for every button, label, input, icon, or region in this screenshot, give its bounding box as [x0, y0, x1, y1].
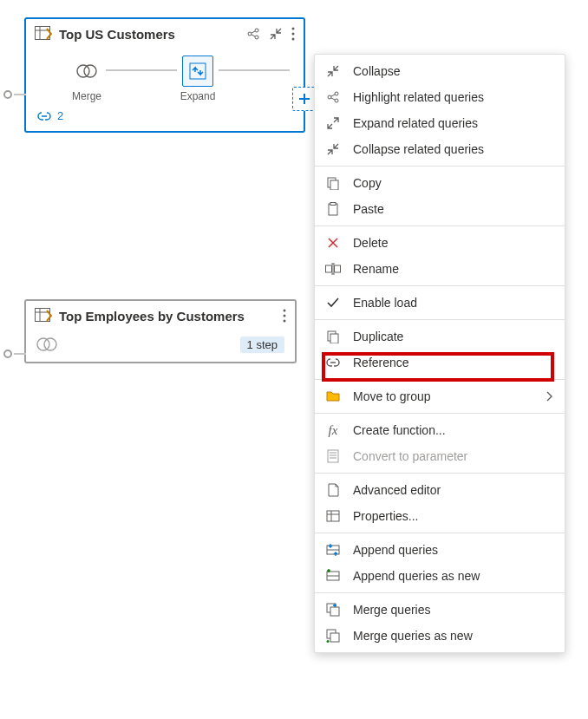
step-connector: [106, 69, 177, 71]
menu-separator: [315, 473, 565, 474]
table-icon: [35, 26, 52, 42]
svg-point-5: [255, 36, 258, 39]
menu-label: Collapse related queries: [353, 142, 484, 156]
menu-label: Reference: [353, 356, 409, 369]
step-label: Merge: [72, 90, 101, 102]
query-node-top-employees[interactable]: Top Employees by Customers 1 step: [24, 299, 297, 363]
add-step-button[interactable]: [292, 87, 317, 111]
share-icon[interactable]: [246, 27, 260, 41]
svg-point-20: [284, 315, 286, 317]
svg-point-21: [284, 320, 286, 323]
link-icon: [36, 110, 52, 122]
svg-rect-41: [330, 334, 338, 343]
function-icon: fx: [325, 422, 341, 438]
menu-advanced-editor[interactable]: Advanced editor: [315, 477, 565, 503]
copy-icon: [325, 175, 341, 191]
collapse-icon: [325, 63, 341, 79]
step-merge[interactable]: Merge: [71, 56, 102, 102]
menu-merge-queries-new[interactable]: Merge queries as new: [315, 623, 565, 649]
svg-line-28: [331, 98, 335, 100]
collapse-icon[interactable]: [269, 27, 283, 41]
node-header: Top US Customers: [26, 19, 304, 49]
delete-icon: [325, 235, 341, 251]
merge-queries-icon: [325, 602, 341, 618]
menu-separator: [315, 413, 565, 414]
collapse-icon: [325, 141, 341, 157]
menu-separator: [315, 166, 565, 167]
menu-label: Copy: [353, 176, 382, 190]
query-node-top-us-customers[interactable]: Top US Customers Merge Expand: [24, 17, 305, 133]
svg-point-4: [255, 29, 258, 32]
menu-copy[interactable]: Copy: [315, 170, 565, 196]
menu-label: Paste: [353, 202, 384, 216]
menu-label: Enable load: [353, 296, 417, 310]
menu-append-queries-new[interactable]: Append queries as new: [315, 563, 565, 589]
inlet-connector: [14, 353, 26, 355]
svg-rect-42: [328, 450, 338, 462]
menu-expand-related[interactable]: Expand related queries: [315, 110, 565, 136]
merge-queries-new-icon: [325, 628, 341, 644]
svg-point-24: [328, 95, 331, 99]
menu-convert-to-parameter: Convert to parameter: [315, 443, 565, 469]
more-icon[interactable]: [291, 27, 295, 41]
inlet-connector: [14, 94, 26, 95]
chevron-right-icon: [546, 391, 552, 402]
menu-append-queries[interactable]: Append queries: [315, 537, 565, 563]
append-icon: [325, 542, 341, 558]
svg-line-27: [331, 95, 335, 96]
node-title: Top US Customers: [59, 27, 239, 42]
menu-label: Expand related queries: [353, 116, 478, 130]
svg-rect-36: [335, 265, 341, 272]
menu-separator: [315, 226, 565, 226]
menu-label: Append queries as new: [353, 569, 480, 583]
menu-properties[interactable]: Properties...: [315, 503, 565, 529]
menu-rename[interactable]: Rename: [315, 256, 565, 282]
menu-duplicate[interactable]: Duplicate: [315, 324, 565, 350]
svg-rect-32: [330, 203, 336, 206]
context-menu: Collapse Highlight related queries Expan…: [314, 54, 565, 653]
menu-collapse[interactable]: Collapse: [315, 58, 565, 84]
node-footer[interactable]: 2: [26, 109, 304, 131]
menu-label: Rename: [353, 262, 399, 276]
merge-icon: [36, 336, 57, 353]
menu-collapse-related[interactable]: Collapse related queries: [315, 136, 565, 162]
share-icon: [325, 89, 341, 105]
menu-paste[interactable]: Paste: [315, 196, 565, 222]
link-count: 2: [57, 109, 63, 122]
menu-label: Move to group: [353, 389, 431, 403]
svg-rect-46: [327, 511, 339, 521]
svg-rect-35: [326, 265, 332, 272]
svg-point-3: [248, 32, 252, 36]
node-body: 1 step: [26, 330, 295, 362]
menu-highlight-related[interactable]: Highlight related queries: [315, 84, 565, 110]
menu-separator: [315, 533, 565, 533]
editor-icon: [325, 482, 341, 498]
rename-icon: [325, 261, 341, 277]
inlet-port[interactable]: [3, 90, 12, 99]
node-body: Merge Expand: [26, 49, 304, 109]
svg-point-23: [44, 338, 56, 350]
append-new-icon: [325, 568, 341, 584]
menu-label: Collapse: [353, 64, 400, 78]
menu-separator: [315, 285, 565, 286]
menu-label: Merge queries as new: [353, 629, 473, 643]
expand-step-icon: [189, 62, 206, 80]
menu-merge-queries[interactable]: Merge queries: [315, 597, 565, 623]
menu-enable-load[interactable]: Enable load: [315, 290, 565, 316]
menu-move-to-group[interactable]: Move to group: [315, 383, 565, 409]
more-icon[interactable]: [283, 309, 286, 323]
svg-line-7: [252, 35, 255, 36]
menu-label: Delete: [353, 236, 388, 250]
menu-label: Highlight related queries: [353, 90, 484, 104]
menu-label: Merge queries: [353, 603, 431, 617]
menu-delete[interactable]: Delete: [315, 230, 565, 256]
step-expand[interactable]: Expand: [180, 56, 216, 102]
menu-label: Duplicate: [353, 330, 403, 343]
menu-separator: [315, 379, 565, 380]
menu-create-function[interactable]: fx Create function...: [315, 417, 565, 443]
node-header: Top Employees by Customers: [26, 301, 295, 330]
inlet-port[interactable]: [3, 350, 12, 358]
menu-reference[interactable]: Reference: [315, 350, 565, 376]
svg-point-8: [292, 28, 295, 30]
duplicate-icon: [325, 329, 341, 344]
